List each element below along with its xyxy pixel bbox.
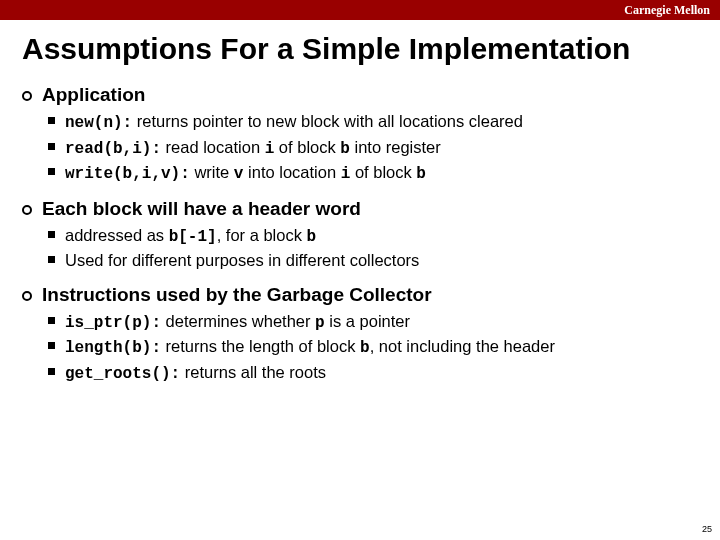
bullet-text: addressed as b[-1], for a block b <box>65 224 316 249</box>
bullet-text: is_ptr(p): determines whether p is a poi… <box>65 310 410 335</box>
code-token: get_roots(): <box>65 365 180 383</box>
bullet-square-icon <box>48 256 55 263</box>
bullet-text: read(b,i): read location i of block b in… <box>65 136 441 161</box>
page-number: 25 <box>702 524 712 534</box>
item-text: returns pointer to new block with all lo… <box>132 112 523 130</box>
slide-content: Applicationnew(n): returns pointer to ne… <box>0 84 720 385</box>
bullet-item: new(n): returns pointer to new block wit… <box>48 110 698 135</box>
bullet-item: write(b,i,v): write v into location i of… <box>48 161 698 186</box>
bullet-text: get_roots(): returns all the roots <box>65 361 326 386</box>
bullet-item: length(b): returns the length of block b… <box>48 335 698 360</box>
section-heading: Instructions used by the Garbage Collect… <box>42 284 432 306</box>
bullet-square-icon <box>48 168 55 175</box>
item-text: write v into location i of block b <box>190 163 426 181</box>
bullet-square-icon <box>48 231 55 238</box>
code-token: is_ptr(p): <box>65 314 161 332</box>
bullet-square-icon <box>48 317 55 324</box>
code-token: write(b,i,v): <box>65 165 190 183</box>
bullet-square-icon <box>48 342 55 349</box>
bullet-square-icon <box>48 143 55 150</box>
bullet-item: get_roots(): returns all the roots <box>48 361 698 386</box>
item-text: returns all the roots <box>180 363 326 381</box>
bullet-item: read(b,i): read location i of block b in… <box>48 136 698 161</box>
bullet-item: Used for different purposes in different… <box>48 249 698 271</box>
bullet-text: write(b,i,v): write v into location i of… <box>65 161 426 186</box>
item-text: read location i of block b into register <box>161 138 441 156</box>
bullet-text: Used for different purposes in different… <box>65 249 419 271</box>
item-text: Used for different purposes in different… <box>65 251 419 269</box>
bullet-square-icon <box>48 368 55 375</box>
top-bar: Carnegie Mellon <box>0 0 720 20</box>
bullet-circle-icon <box>22 91 32 101</box>
code-token: new(n): <box>65 114 132 132</box>
slide-title: Assumptions For a Simple Implementation <box>0 20 720 72</box>
bullet-circle-icon <box>22 291 32 301</box>
section-heading: Each block will have a header word <box>42 198 361 220</box>
item-text: determines whether p is a pointer <box>161 312 410 330</box>
section: Each block will have a header wordaddres… <box>22 198 698 272</box>
bullet-circle-icon <box>22 205 32 215</box>
item-text: returns the length of block b, not inclu… <box>161 337 555 355</box>
section: Instructions used by the Garbage Collect… <box>22 284 698 386</box>
bullet-item: is_ptr(p): determines whether p is a poi… <box>48 310 698 335</box>
section: Applicationnew(n): returns pointer to ne… <box>22 84 698 186</box>
bullet-item: addressed as b[-1], for a block b <box>48 224 698 249</box>
brand-label: Carnegie Mellon <box>624 3 710 18</box>
bullet-text: new(n): returns pointer to new block wit… <box>65 110 523 135</box>
code-token: length(b): <box>65 339 161 357</box>
item-text: addressed as b[-1], for a block b <box>65 226 316 244</box>
section-heading: Application <box>42 84 145 106</box>
code-token: read(b,i): <box>65 140 161 158</box>
bullet-text: length(b): returns the length of block b… <box>65 335 555 360</box>
bullet-square-icon <box>48 117 55 124</box>
